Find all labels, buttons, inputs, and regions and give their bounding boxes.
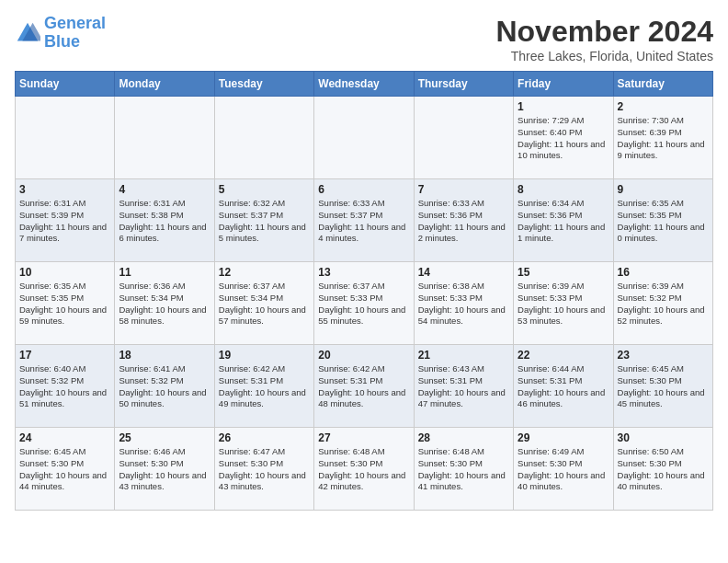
cell-info: Sunrise: 6:38 AM Sunset: 5:33 PM Dayligh… [418,281,509,327]
calendar-cell: 7Sunrise: 6:33 AM Sunset: 5:36 PM Daylig… [414,179,513,262]
calendar-cell [16,97,115,179]
header-tuesday: Tuesday [214,72,313,97]
day-number: 15 [518,266,609,279]
day-number: 2 [618,100,709,113]
cell-info: Sunrise: 6:33 AM Sunset: 5:36 PM Dayligh… [418,198,509,245]
day-number: 16 [618,266,709,279]
calendar-cell: 6Sunrise: 6:33 AM Sunset: 5:37 PM Daylig… [314,179,414,262]
cell-info: Sunrise: 6:39 AM Sunset: 5:32 PM Dayligh… [618,281,709,327]
header-wednesday: Wednesday [314,72,414,97]
cell-info: Sunrise: 6:31 AM Sunset: 5:38 PM Dayligh… [119,198,210,245]
calendar-cell: 28Sunrise: 6:48 AM Sunset: 5:30 PM Dayli… [414,428,513,511]
day-number: 24 [19,431,110,444]
cell-info: Sunrise: 6:48 AM Sunset: 5:30 PM Dayligh… [418,446,509,493]
cell-info: Sunrise: 6:49 AM Sunset: 5:30 PM Dayligh… [518,446,609,493]
header-saturday: Saturday [613,72,712,97]
header-thursday: Thursday [414,72,513,97]
cell-info: Sunrise: 6:37 AM Sunset: 5:33 PM Dayligh… [318,281,409,327]
location: Three Lakes, Florida, United States [495,49,713,63]
calendar-cell: 17Sunrise: 6:40 AM Sunset: 5:32 PM Dayli… [16,345,115,428]
logo-text: General Blue [44,15,106,52]
cell-info: Sunrise: 6:32 AM Sunset: 5:37 PM Dayligh… [219,198,310,245]
day-number: 12 [219,266,310,279]
day-number: 23 [618,349,709,362]
day-number: 6 [318,183,409,196]
cell-info: Sunrise: 6:34 AM Sunset: 5:36 PM Dayligh… [518,198,609,245]
calendar-cell: 18Sunrise: 6:41 AM Sunset: 5:32 PM Dayli… [115,345,214,428]
logo-icon [15,20,40,46]
calendar-week-row: 3Sunrise: 6:31 AM Sunset: 5:39 PM Daylig… [16,179,713,262]
calendar-cell: 29Sunrise: 6:49 AM Sunset: 5:30 PM Dayli… [514,428,613,511]
calendar-cell: 20Sunrise: 6:42 AM Sunset: 5:31 PM Dayli… [314,345,414,428]
calendar-cell: 16Sunrise: 6:39 AM Sunset: 5:32 PM Dayli… [613,262,712,345]
cell-info: Sunrise: 6:36 AM Sunset: 5:34 PM Dayligh… [119,281,210,327]
calendar-cell [314,97,414,179]
calendar-cell: 19Sunrise: 6:42 AM Sunset: 5:31 PM Dayli… [214,345,313,428]
calendar-cell: 5Sunrise: 6:32 AM Sunset: 5:37 PM Daylig… [214,179,313,262]
page-header: General Blue November 2024 Three Lakes, … [15,15,713,63]
header-friday: Friday [514,72,613,97]
day-number: 7 [418,183,509,196]
cell-info: Sunrise: 6:47 AM Sunset: 5:30 PM Dayligh… [219,446,310,493]
logo: General Blue [15,15,106,52]
cell-info: Sunrise: 6:40 AM Sunset: 5:32 PM Dayligh… [19,363,110,410]
cell-info: Sunrise: 6:31 AM Sunset: 5:39 PM Dayligh… [19,198,110,245]
calendar-cell: 9Sunrise: 6:35 AM Sunset: 5:35 PM Daylig… [613,179,712,262]
calendar-cell [414,97,513,179]
cell-info: Sunrise: 6:37 AM Sunset: 5:34 PM Dayligh… [219,281,310,327]
cell-info: Sunrise: 6:41 AM Sunset: 5:32 PM Dayligh… [119,363,210,410]
calendar-header-row: SundayMondayTuesdayWednesdayThursdayFrid… [16,72,713,97]
day-number: 19 [219,349,310,362]
day-number: 30 [618,431,709,444]
calendar-week-row: 24Sunrise: 6:45 AM Sunset: 5:30 PM Dayli… [16,428,713,511]
calendar-cell: 8Sunrise: 6:34 AM Sunset: 5:36 PM Daylig… [514,179,613,262]
day-number: 29 [518,431,609,444]
cell-info: Sunrise: 6:33 AM Sunset: 5:37 PM Dayligh… [318,198,409,245]
day-number: 18 [119,349,210,362]
calendar-cell: 15Sunrise: 6:39 AM Sunset: 5:33 PM Dayli… [514,262,613,345]
day-number: 9 [618,183,709,196]
cell-info: Sunrise: 6:35 AM Sunset: 5:35 PM Dayligh… [618,198,709,245]
calendar-cell: 27Sunrise: 6:48 AM Sunset: 5:30 PM Dayli… [314,428,414,511]
calendar-week-row: 10Sunrise: 6:35 AM Sunset: 5:35 PM Dayli… [16,262,713,345]
calendar-cell: 3Sunrise: 6:31 AM Sunset: 5:39 PM Daylig… [16,179,115,262]
cell-info: Sunrise: 6:50 AM Sunset: 5:30 PM Dayligh… [618,446,709,493]
header-monday: Monday [115,72,214,97]
day-number: 20 [318,349,409,362]
calendar-cell [115,97,214,179]
cell-info: Sunrise: 6:43 AM Sunset: 5:31 PM Dayligh… [418,363,509,410]
day-number: 22 [518,349,609,362]
day-number: 17 [19,349,110,362]
cell-info: Sunrise: 6:46 AM Sunset: 5:30 PM Dayligh… [119,446,210,493]
day-number: 8 [518,183,609,196]
day-number: 27 [318,431,409,444]
cell-info: Sunrise: 6:45 AM Sunset: 5:30 PM Dayligh… [19,446,110,493]
calendar-cell: 30Sunrise: 6:50 AM Sunset: 5:30 PM Dayli… [613,428,712,511]
logo-line2: Blue [44,32,80,51]
header-sunday: Sunday [16,72,115,97]
day-number: 25 [119,431,210,444]
calendar-cell: 10Sunrise: 6:35 AM Sunset: 5:35 PM Dayli… [16,262,115,345]
cell-info: Sunrise: 7:29 AM Sunset: 6:40 PM Dayligh… [518,115,609,162]
cell-info: Sunrise: 6:44 AM Sunset: 5:31 PM Dayligh… [518,363,609,410]
day-number: 13 [318,266,409,279]
calendar-cell: 24Sunrise: 6:45 AM Sunset: 5:30 PM Dayli… [16,428,115,511]
day-number: 3 [19,183,110,196]
day-number: 5 [219,183,310,196]
day-number: 4 [119,183,210,196]
calendar-cell: 26Sunrise: 6:47 AM Sunset: 5:30 PM Dayli… [214,428,313,511]
calendar-cell: 13Sunrise: 6:37 AM Sunset: 5:33 PM Dayli… [314,262,414,345]
calendar-cell: 14Sunrise: 6:38 AM Sunset: 5:33 PM Dayli… [414,262,513,345]
calendar-week-row: 17Sunrise: 6:40 AM Sunset: 5:32 PM Dayli… [16,345,713,428]
calendar-cell: 21Sunrise: 6:43 AM Sunset: 5:31 PM Dayli… [414,345,513,428]
calendar-cell [214,97,313,179]
day-number: 28 [418,431,509,444]
cell-info: Sunrise: 6:35 AM Sunset: 5:35 PM Dayligh… [19,281,110,327]
calendar-table: SundayMondayTuesdayWednesdayThursdayFrid… [15,71,713,511]
title-block: November 2024 Three Lakes, Florida, Unit… [495,15,713,63]
cell-info: Sunrise: 7:30 AM Sunset: 6:39 PM Dayligh… [618,115,709,162]
cell-info: Sunrise: 6:45 AM Sunset: 5:30 PM Dayligh… [618,363,709,410]
calendar-cell: 22Sunrise: 6:44 AM Sunset: 5:31 PM Dayli… [514,345,613,428]
cell-info: Sunrise: 6:42 AM Sunset: 5:31 PM Dayligh… [219,363,310,410]
calendar-week-row: 1Sunrise: 7:29 AM Sunset: 6:40 PM Daylig… [16,97,713,179]
